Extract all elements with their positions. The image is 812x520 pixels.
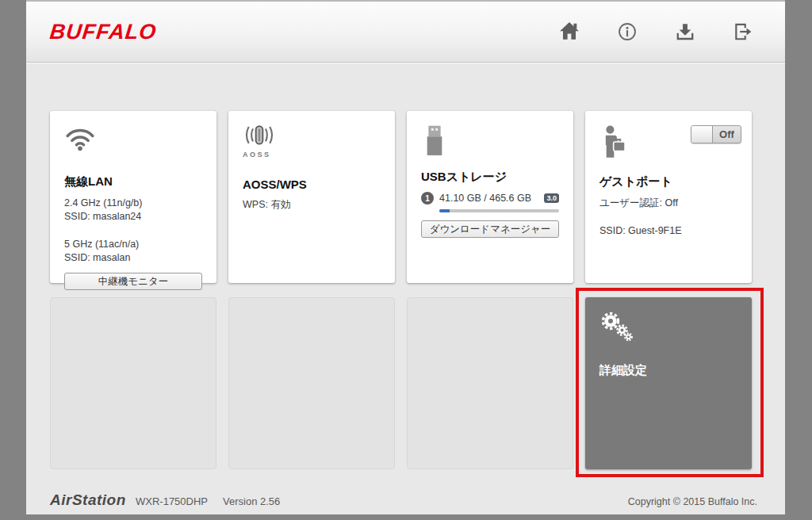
wifi-icon — [64, 124, 202, 164]
home-icon[interactable] — [559, 21, 580, 42]
repeater-monitor-button[interactable]: 中継機モニター — [64, 273, 202, 290]
guest-ssid-label: SSID: Guest-9F1E — [599, 224, 737, 238]
card-title: ゲストポート — [599, 174, 737, 189]
info-icon[interactable] — [617, 21, 638, 42]
footer: AirStation WXR-1750DHP Version 2.56 Copy… — [26, 488, 785, 514]
toggle-state-label: Off — [713, 126, 741, 143]
usb3-badge: 3.0 — [544, 193, 559, 203]
placeholder-card-3 — [407, 297, 573, 469]
band-5g-label: 5 GHz (11ac/n/a) — [64, 238, 202, 251]
firmware-version: Version 2.56 — [223, 495, 280, 507]
usb-usage-text: 41.10 GB / 465.6 GB — [439, 193, 531, 204]
wireless-lan-card[interactable]: 無線LAN 2.4 GHz (11n/g/b) SSID: masalan24 … — [50, 111, 216, 283]
usb-storage-card[interactable]: USBストレージ 1 41.10 GB / 465.6 GB 3.0 ダウンロー… — [407, 111, 573, 283]
usb-drive-icon — [421, 124, 559, 164]
card-title: AOSS/WPS — [243, 178, 381, 191]
placeholder-card-1 — [50, 297, 216, 469]
placeholder-card-2 — [228, 297, 395, 469]
ssid-5g-label: SSID: masalan — [64, 251, 202, 265]
user-auth-label: ユーザー認証: Off — [599, 197, 737, 210]
gears-icon — [599, 311, 737, 350]
logout-icon[interactable] — [733, 21, 753, 42]
download-manager-button[interactable]: ダウンロードマネージャー — [421, 220, 559, 238]
airstation-logo: AirStation — [50, 491, 126, 509]
header: BUFFALO — [26, 2, 785, 63]
wps-status-label: WPS: 有効 — [243, 198, 381, 212]
header-nav — [559, 21, 753, 42]
copyright-text: Copyright © 2015 Buffalo Inc. — [628, 496, 757, 507]
guest-port-card[interactable]: Off ゲストポート ユーザー認証: Off SSID: Guest-9F1E — [585, 111, 752, 283]
card-title: USBストレージ — [421, 170, 559, 185]
band-2g-label: 2.4 GHz (11n/g/b) — [64, 197, 202, 210]
card-title: 詳細設定 — [599, 363, 737, 378]
guest-port-toggle[interactable]: Off — [691, 125, 741, 143]
toggle-knob — [691, 126, 713, 143]
admin-page: BUFFALO — [26, 0, 785, 514]
usb-usage-fill — [439, 209, 450, 212]
aoss-wps-card[interactable]: AOSS AOSS/WPS WPS: 有効 — [228, 111, 395, 283]
usb-usage-bar — [439, 209, 559, 212]
buffalo-logo: BUFFALO — [48, 20, 158, 44]
usb-slot-badge: 1 — [421, 192, 434, 205]
model-number: WXR-1750DHP — [136, 495, 208, 507]
aoss-icon-label: AOSS — [243, 151, 381, 159]
card-title: 無線LAN — [64, 174, 202, 189]
aoss-icon: AOSS — [243, 124, 381, 164]
advanced-settings-card[interactable]: 詳細設定 — [585, 297, 752, 469]
usb-usage-row: 1 41.10 GB / 465.6 GB 3.0 — [421, 192, 559, 205]
download-icon[interactable] — [675, 21, 695, 42]
ssid-2g-label: SSID: masalan24 — [64, 210, 202, 224]
